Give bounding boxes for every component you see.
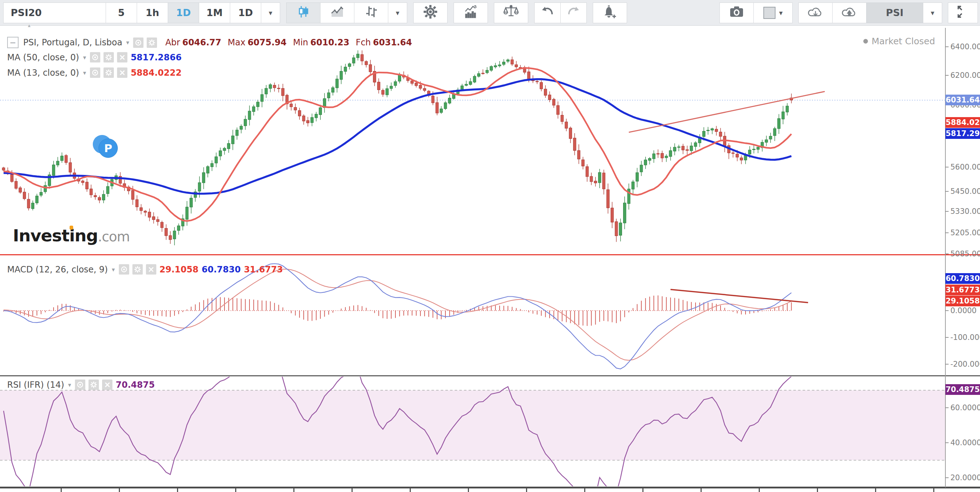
price-tick-mark (945, 232, 948, 233)
timeframe-dropdown-caret[interactable]: ▾ (261, 3, 280, 23)
indicators-button[interactable] (453, 3, 488, 23)
rsi-settings-button[interactable] (89, 379, 99, 390)
timeframe-5[interactable]: 5 (106, 3, 137, 23)
rsi-label: RSI (IFR) (14) (7, 380, 64, 390)
load-chart-button[interactable] (799, 3, 833, 23)
candle-body (86, 182, 89, 189)
ohlc-bars-button[interactable] (354, 3, 388, 23)
candle-body (315, 114, 318, 118)
candle-body (582, 159, 585, 166)
candle-body (619, 223, 622, 235)
time-axis-line[interactable] (0, 487, 980, 489)
rsi-panel-canvas[interactable] (0, 376, 980, 487)
rsi-tick-mark (945, 443, 948, 443)
candle-body (307, 120, 309, 123)
ma50-legend-row: MA (50, close, 0) ▾ × 5817.2866 (7, 52, 181, 62)
fullscreen-button[interactable] (948, 3, 978, 23)
candle-body (177, 226, 180, 230)
candle-body (56, 161, 59, 165)
background-color-button[interactable]: ▾ (753, 3, 793, 23)
macd-remove-button[interactable]: × (146, 264, 156, 275)
saved-chart-caret[interactable]: ▾ (923, 3, 942, 23)
candle-body (173, 231, 176, 239)
candlestick-chart-button[interactable] (286, 3, 320, 23)
candle-body (423, 89, 426, 91)
macd-dropdown-caret[interactable]: ▾ (112, 266, 115, 273)
macd-visibility-button[interactable] (119, 264, 129, 275)
candle-body (565, 122, 568, 128)
candle-body (686, 150, 689, 151)
ma50-visibility-button[interactable] (90, 52, 100, 62)
collapse-panel-button[interactable]: − (7, 37, 19, 48)
ma13-settings-button[interactable] (103, 67, 114, 78)
timeframe-1d2[interactable]: 1D (230, 3, 261, 23)
macd-rsi-separator[interactable] (0, 375, 980, 376)
candle-body (248, 111, 251, 119)
candlestick-icon (297, 5, 310, 20)
rsi-dropdown-caret[interactable]: ▾ (68, 381, 72, 389)
compare-button[interactable] (494, 3, 528, 23)
candle-body (131, 190, 134, 200)
candle-body (60, 156, 64, 161)
symbol-input[interactable]: PSI20 (3, 3, 106, 23)
candle-body (327, 93, 330, 98)
candle-body (265, 88, 268, 94)
candle-body (198, 183, 201, 191)
candle-body (419, 85, 422, 89)
visibility-toggle-button[interactable] (133, 38, 143, 48)
ma13-dropdown-caret[interactable]: ▾ (83, 69, 86, 76)
instrument-dropdown-caret[interactable]: ▾ (126, 39, 130, 46)
timeframe-1m[interactable]: 1M (199, 3, 230, 23)
candle-body (369, 65, 372, 72)
timeframe-1d-active[interactable]: 1D (168, 3, 199, 23)
ma13-visibility-button[interactable] (90, 67, 100, 78)
area-chart-button[interactable] (320, 3, 355, 23)
candle-body (677, 147, 680, 148)
macd-settings-button[interactable] (132, 264, 143, 275)
instrument-settings-button[interactable] (147, 38, 157, 48)
toolbar-collapse-arrow[interactable]: ▴ (28, 22, 31, 29)
candle-body (448, 98, 451, 103)
candle-body (611, 208, 614, 222)
save-chart-button[interactable] (832, 3, 867, 23)
scales-icon (504, 5, 519, 21)
ma50-dropdown-caret[interactable]: ▾ (83, 54, 86, 61)
rsi-visibility-button[interactable] (75, 379, 85, 390)
candle-body (215, 157, 218, 163)
ma50-settings-button[interactable] (103, 52, 114, 62)
saved-chart-selector[interactable]: PSI (866, 3, 923, 23)
rsi-remove-button[interactable]: × (102, 379, 112, 390)
price-axis-badge: 5884.02 (945, 117, 980, 128)
rsi-plot[interactable] (0, 376, 945, 487)
candle-body (690, 146, 693, 151)
timeframe-1h[interactable]: 1h (137, 3, 168, 23)
alert-button[interactable] (593, 3, 627, 23)
ma13-line[interactable] (3, 68, 792, 221)
macd-plot[interactable] (3, 264, 808, 369)
instrument-title: PSI, Portugal, D, Lisboa (23, 38, 123, 48)
candle-body (40, 192, 43, 195)
logo-suffix: .com (98, 229, 130, 245)
ma50-remove-button[interactable]: × (117, 52, 127, 62)
chart-type-dropdown-caret[interactable]: ▾ (388, 3, 407, 23)
price-plot[interactable] (0, 50, 945, 245)
redo-button[interactable] (560, 3, 587, 23)
undo-button[interactable] (534, 3, 561, 23)
candle-body (544, 89, 547, 96)
time-axis-tick (119, 489, 120, 492)
time-axis-tick (700, 489, 702, 492)
ma13-remove-button[interactable]: × (117, 67, 127, 78)
candle-body (165, 228, 168, 236)
candle-body (527, 72, 530, 79)
screenshot-button[interactable] (719, 3, 754, 23)
settings-button[interactable] (413, 3, 447, 23)
rsi-tick-label: 20.0000 (950, 473, 980, 482)
candle-body (202, 172, 205, 183)
price-macd-separator[interactable] (0, 254, 980, 255)
time-axis-tick (352, 489, 353, 492)
price-trendline[interactable] (629, 91, 825, 132)
rsi-value: 70.4875 (116, 380, 154, 390)
candle-body (665, 156, 668, 158)
indicators-icon (464, 5, 478, 21)
gear-icon (423, 5, 438, 21)
